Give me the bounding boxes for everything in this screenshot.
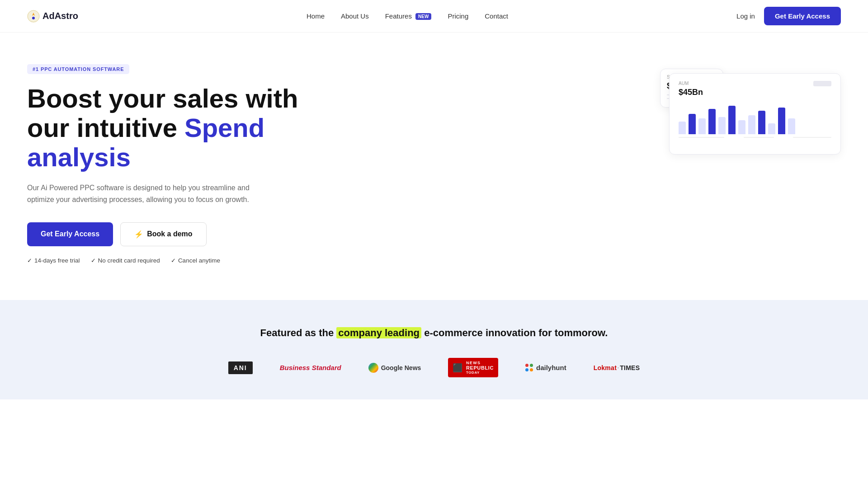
- hero-description: Our Ai Powered PPC software is designed …: [27, 182, 262, 206]
- bar-12: [788, 118, 795, 134]
- hero-cta-secondary-label: Book a demo: [147, 230, 192, 238]
- logo-google-news: Google News: [368, 359, 421, 377]
- nav-item-pricing[interactable]: Pricing: [448, 12, 468, 20]
- card-mini-graph: [813, 81, 831, 86]
- hero-section: #1 PPC AUTOMATION SOFTWARE Boost your sa…: [0, 33, 868, 300]
- bar-7: [738, 120, 745, 135]
- hero-visual: Spend $12.4k AUM $45Bn: [597, 64, 841, 200]
- check-icon-1: ✓: [27, 257, 32, 264]
- logo-republic-tv: ⬛ NEWS REPUBLIC TODAY: [448, 359, 498, 377]
- nav-link-about[interactable]: About Us: [341, 12, 369, 20]
- bs-logo-text: Business Standard: [280, 364, 341, 371]
- perk-no-cc: ✓ No credit card required: [91, 257, 160, 264]
- bar-8: [748, 115, 755, 134]
- dh-logo-text: dailyhunt: [525, 364, 566, 372]
- dh-dots-icon: [525, 364, 533, 372]
- hero-perks: ✓ 14-days free trial ✓ No credit card re…: [27, 257, 335, 264]
- nav-links: Home About Us Features NEW Pricing Conta…: [307, 12, 508, 20]
- svg-point-2: [32, 17, 35, 19]
- bar-3: [698, 118, 706, 134]
- nav-link-contact[interactable]: Contact: [485, 12, 508, 20]
- logo-ani: ANI: [228, 359, 253, 377]
- bar-5: [718, 117, 726, 135]
- perk-label-3: Cancel anytime: [178, 257, 220, 264]
- x-label-3: [793, 137, 831, 138]
- x-label-1: [679, 137, 724, 138]
- main-card-value: $45Bn: [679, 88, 703, 97]
- featured-title-highlight: company leading: [336, 327, 421, 338]
- main-card-label: AUM: [679, 81, 703, 86]
- logos-row: ANI Business Standard Google News ⬛ NEWS…: [27, 359, 841, 377]
- nav-cta-button[interactable]: Get Early Access: [764, 7, 841, 25]
- features-new-badge: NEW: [415, 13, 431, 20]
- bar-1: [679, 122, 686, 134]
- nav-right: Log in Get Early Access: [736, 7, 841, 25]
- perk-label-2: No credit card required: [98, 257, 160, 264]
- check-icon-3: ✓: [171, 257, 176, 264]
- nav-link-home[interactable]: Home: [307, 12, 325, 20]
- ani-logo-text: ANI: [228, 361, 253, 374]
- logo-lokmat-times: Lokmat·TIMES: [594, 359, 640, 377]
- perk-free-trial: ✓ 14-days free trial: [27, 257, 80, 264]
- hero-tag-badge: #1 PPC AUTOMATION SOFTWARE: [27, 64, 129, 74]
- perk-cancel: ✓ Cancel anytime: [171, 257, 220, 264]
- brand-logo[interactable]: AdAstro: [27, 10, 78, 23]
- hero-content: #1 PPC AUTOMATION SOFTWARE Boost your sa…: [27, 60, 335, 264]
- nav-item-home[interactable]: Home: [307, 12, 325, 20]
- featured-title-suffix: e-commerce innovation for tommorow.: [421, 327, 608, 338]
- dashboard-card-main: AUM $45Bn: [669, 73, 841, 155]
- nav-link-pricing[interactable]: Pricing: [448, 12, 468, 20]
- gn-logo-text: Google News: [368, 363, 421, 373]
- logo-dailyhunt: dailyhunt: [525, 359, 566, 377]
- nav-item-features[interactable]: Features NEW: [385, 12, 432, 20]
- x-label-2: [744, 137, 774, 138]
- perk-label-1: 14-days free trial: [34, 257, 80, 264]
- bolt-icon: ⚡: [134, 230, 143, 239]
- logo-icon: [27, 10, 40, 23]
- check-icon-2: ✓: [91, 257, 96, 264]
- featured-title-prefix: Featured as the: [260, 327, 337, 338]
- bar-10: [768, 123, 775, 135]
- bar-2: [689, 114, 696, 135]
- bottom-space: [0, 399, 868, 436]
- hero-cta-secondary-button[interactable]: ⚡ Book a demo: [120, 222, 206, 246]
- nav-item-about[interactable]: About Us: [341, 12, 369, 20]
- lt-logo-text: Lokmat·TIMES: [594, 364, 640, 371]
- featured-title: Featured as the company leading e-commer…: [27, 327, 841, 339]
- nav-link-features[interactable]: Features NEW: [385, 12, 432, 20]
- svg-point-0: [28, 10, 39, 22]
- hero-title: Boost your sales with our intuitive Spen…: [27, 84, 335, 172]
- google-news-icon: [368, 363, 378, 373]
- bar-6: [728, 106, 736, 134]
- hero-cta-primary-button[interactable]: Get Early Access: [27, 222, 113, 246]
- bar-9: [758, 111, 765, 135]
- navbar: AdAstro Home About Us Features NEW Prici…: [0, 0, 868, 33]
- hero-buttons: Get Early Access ⚡ Book a demo: [27, 222, 335, 246]
- bar-4: [708, 109, 716, 134]
- bar-11: [778, 108, 785, 135]
- featured-section: Featured as the company leading e-commer…: [0, 300, 868, 399]
- brand-name: AdAstro: [42, 11, 78, 21]
- logo-business-standard: Business Standard: [280, 359, 341, 377]
- rt-logo-text: ⬛ NEWS REPUBLIC TODAY: [448, 358, 498, 377]
- chart-bars: [679, 103, 831, 134]
- nav-item-contact[interactable]: Contact: [485, 12, 508, 20]
- login-button[interactable]: Log in: [736, 12, 755, 20]
